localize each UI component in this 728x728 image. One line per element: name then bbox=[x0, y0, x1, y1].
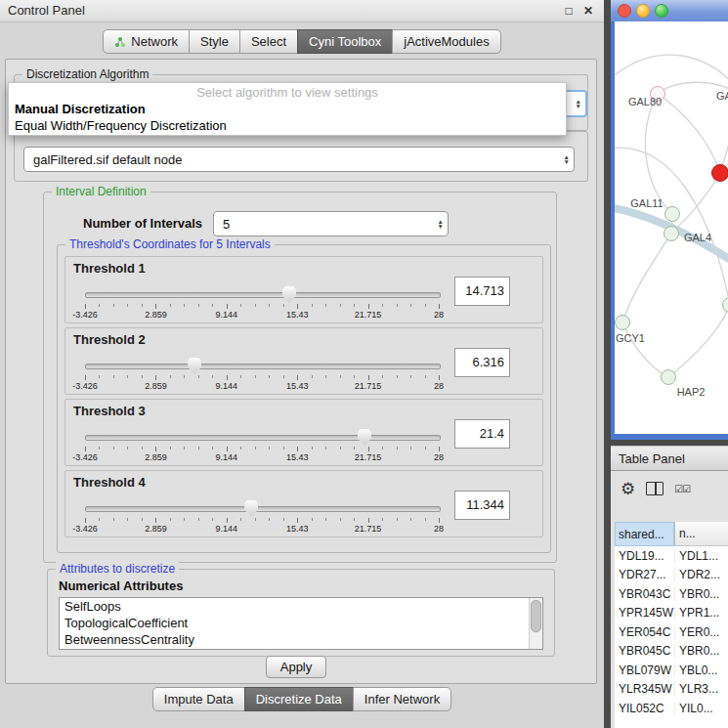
table-row[interactable]: YPR145WYPR1... bbox=[615, 604, 728, 623]
cell-name[interactable]: YPR1... bbox=[674, 606, 728, 620]
slider-handle[interactable] bbox=[282, 286, 296, 303]
float-window-icon[interactable]: □ bbox=[561, 0, 577, 21]
table-panel-header[interactable]: Table Panel bbox=[611, 446, 728, 471]
tab-select[interactable]: Select bbox=[239, 29, 298, 54]
table-data-combo[interactable]: galFiltered.sif default node ▲▼ bbox=[23, 147, 575, 172]
tick-label: 15.43 bbox=[286, 381, 309, 391]
select-columns-icon[interactable]: ☑☑ bbox=[674, 484, 690, 494]
cell-name[interactable]: YDL1... bbox=[674, 549, 728, 563]
node-label: GAL80 bbox=[628, 96, 662, 107]
attributes-scrollbar[interactable] bbox=[529, 598, 542, 649]
cell-shared-name[interactable]: YBR043C bbox=[615, 587, 674, 601]
slider-track[interactable] bbox=[85, 364, 441, 369]
threshold-3-value-field[interactable]: 21.4 bbox=[454, 419, 510, 449]
threshold-3-slider[interactable]: -3.4262.8599.14415.4321.71528 bbox=[85, 429, 439, 462]
tick-label: 15.43 bbox=[286, 310, 309, 320]
algorithm-dropdown-popup: Select algorithm to view settings Manual… bbox=[8, 82, 567, 136]
tab-infer-network[interactable]: Infer Network bbox=[353, 687, 451, 711]
cell-shared-name[interactable]: YBL079W bbox=[615, 664, 674, 677]
cell-shared-name[interactable]: YLR345W bbox=[615, 682, 674, 696]
threshold-1-value-field[interactable]: 14.713 bbox=[454, 277, 510, 306]
tab-cyni-toolbox[interactable]: Cyni Toolbox bbox=[297, 29, 393, 54]
tab-style[interactable]: Style bbox=[189, 29, 240, 54]
tick-mark bbox=[410, 304, 411, 307]
close-traffic-light-icon[interactable] bbox=[618, 4, 631, 18]
slider-handle[interactable] bbox=[358, 429, 371, 446]
tick-mark bbox=[127, 304, 128, 307]
tab-discretize-data[interactable]: Discretize Data bbox=[244, 687, 354, 711]
cell-shared-name[interactable]: YIL052C bbox=[615, 702, 674, 715]
table-row[interactable]: YLR345WYLR3... bbox=[615, 680, 728, 700]
network-node-hap2[interactable] bbox=[661, 369, 676, 385]
tick-mark bbox=[184, 518, 185, 521]
tab-network-label: Network bbox=[131, 34, 178, 49]
numerical-attributes-list[interactable]: SelfLoops TopologicalCoefficient Between… bbox=[59, 597, 543, 650]
network-window-titlebar[interactable] bbox=[611, 0, 728, 21]
column-header-name[interactable]: n... bbox=[674, 522, 728, 546]
tick-mark bbox=[184, 447, 185, 450]
cell-name[interactable]: YDR2... bbox=[674, 568, 728, 581]
tick-mark bbox=[410, 447, 411, 450]
table-row[interactable]: YDR27...YDR2... bbox=[615, 566, 728, 585]
tab-impute-data[interactable]: Impute Data bbox=[152, 687, 245, 711]
table-row[interactable]: YBL079WYBL0... bbox=[615, 661, 728, 680]
gear-icon[interactable]: ⚙ bbox=[621, 479, 635, 499]
algorithm-option-manual[interactable]: Manual Discretization bbox=[15, 102, 146, 116]
columns-icon[interactable] bbox=[646, 482, 664, 495]
list-item-betweennesscentrality[interactable]: BetweennessCentrality bbox=[60, 631, 542, 648]
cell-shared-name[interactable]: YPR145W bbox=[615, 606, 674, 620]
cell-name[interactable]: YBR0... bbox=[674, 587, 728, 601]
cell-name[interactable]: YIL0... bbox=[674, 702, 728, 715]
apply-button[interactable]: Apply bbox=[266, 656, 326, 678]
tab-network[interactable]: Network bbox=[103, 29, 190, 54]
tick-mark bbox=[240, 518, 241, 521]
table-row[interactable]: YBR045CYBR0... bbox=[615, 642, 728, 662]
table-row[interactable]: YBR043CYBR0... bbox=[615, 584, 728, 604]
minimize-traffic-light-icon[interactable] bbox=[636, 4, 650, 18]
network-node-gal4[interactable] bbox=[664, 226, 679, 241]
threshold-2-value-field[interactable]: 6.316 bbox=[454, 348, 510, 377]
slider-track[interactable] bbox=[85, 506, 441, 512]
network-node[interactable] bbox=[722, 297, 728, 313]
tick-mark bbox=[382, 518, 383, 521]
slider-track[interactable] bbox=[85, 292, 441, 298]
table-row[interactable]: YER054CYER0... bbox=[615, 622, 728, 642]
algorithm-option-equal-width[interactable]: Equal Width/Frequency Discretization bbox=[15, 118, 227, 133]
threshold-4-slider[interactable]: -3.4262.8599.14415.4321.71528 bbox=[85, 500, 439, 534]
cell-shared-name[interactable]: YDL19... bbox=[615, 549, 674, 563]
tick-mark bbox=[439, 304, 440, 309]
tick-mark bbox=[312, 375, 313, 378]
cell-name[interactable]: YBR0... bbox=[674, 644, 728, 658]
network-node-gal11[interactable] bbox=[664, 206, 680, 222]
cell-name[interactable]: YBL0... bbox=[674, 664, 728, 677]
slider-track[interactable] bbox=[85, 435, 441, 441]
cell-shared-name[interactable]: YBR045C bbox=[615, 644, 674, 658]
zoom-traffic-light-icon[interactable] bbox=[655, 4, 668, 18]
number-of-intervals-combo[interactable]: 5 ▲▼ bbox=[213, 211, 449, 236]
threshold-4-value-field[interactable]: 11.344 bbox=[454, 491, 510, 520]
list-item-selfloops[interactable]: SelfLoops bbox=[60, 598, 542, 615]
network-node[interactable] bbox=[711, 164, 728, 182]
node-label: GA bbox=[716, 90, 728, 102]
cell-name[interactable]: YER0... bbox=[674, 625, 728, 639]
tab-jactivemodules[interactable]: jActiveModules bbox=[392, 29, 500, 54]
cell-shared-name[interactable]: YDR27... bbox=[615, 568, 674, 581]
list-item-topologicalcoefficient[interactable]: TopologicalCoefficient bbox=[60, 615, 542, 631]
slider-tick-labels: -3.4262.8599.14415.4321.71528 bbox=[85, 452, 439, 462]
cell-name[interactable]: YLR3... bbox=[674, 682, 728, 696]
cell-shared-name[interactable]: YER054C bbox=[615, 625, 674, 639]
column-header-shared-name[interactable]: shared... bbox=[615, 522, 674, 546]
algorithm-dropdown-prompt: Select algorithm to view settings bbox=[9, 85, 566, 100]
scrollbar-thumb[interactable] bbox=[531, 600, 541, 632]
slider-handle[interactable] bbox=[188, 358, 201, 374]
tick-mark bbox=[255, 447, 256, 450]
slider-handle[interactable] bbox=[244, 500, 258, 517]
threshold-2-slider[interactable]: -3.4262.8599.14415.4321.71528 bbox=[85, 358, 439, 391]
table-row[interactable]: YDL19...YDL1... bbox=[615, 546, 728, 566]
close-icon[interactable]: ✕ bbox=[580, 0, 596, 21]
network-node-gcy1[interactable] bbox=[615, 315, 630, 330]
network-canvas[interactable]: GAL80GAL11GAL4GCY1HAP2GA bbox=[615, 21, 728, 434]
threshold-1-slider[interactable]: -3.4262.8599.14415.4321.71528 bbox=[85, 286, 439, 320]
table-row[interactable]: YIL052CYIL0... bbox=[615, 699, 728, 718]
tick-mark bbox=[297, 375, 298, 380]
